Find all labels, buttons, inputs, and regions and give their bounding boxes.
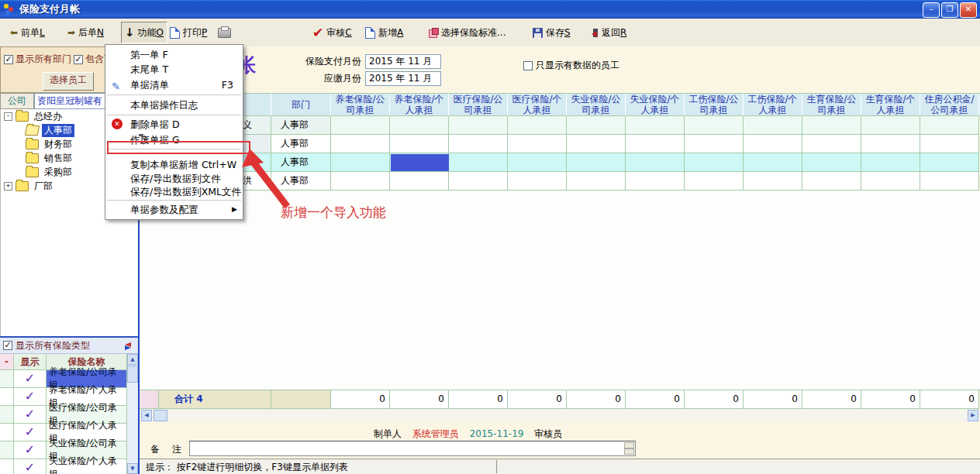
insurance-scrollbar[interactable]: ▲ ▼: [127, 354, 138, 474]
due-month-input[interactable]: 2015 年 11 月: [365, 71, 441, 86]
scroll-right-icon[interactable]: ▶: [968, 410, 978, 421]
show-all-insurance-checkbox[interactable]: [3, 341, 12, 350]
collapse-column-header[interactable]: -: [0, 354, 14, 369]
menu-item-first-doc[interactable]: 第一单 F: [105, 47, 243, 62]
column-header[interactable]: 部门: [271, 94, 331, 116]
column-header[interactable]: 工伤保险/个人承担: [744, 94, 802, 116]
check-icon[interactable]: ✓: [25, 391, 35, 402]
column-header[interactable]: 医疗保险/公司承担: [449, 94, 508, 116]
list-icon: ✎: [112, 78, 120, 94]
menu-item-doc-list[interactable]: ✎ 单据清单F3: [105, 77, 243, 93]
open-folder-icon: [25, 125, 40, 136]
select-staff-button[interactable]: 选择员工: [43, 72, 94, 91]
next-doc-button[interactable]: ➡ 后单N: [64, 22, 108, 43]
check-icon[interactable]: ✓: [25, 427, 35, 438]
summary-row: 合计 4 0 0 0 0 0 0 0 0 0 0 0: [140, 390, 980, 409]
printer-icon: [218, 28, 231, 38]
document-header: 保险支付月帐 保险支付月份 2015 年 11 月 应缴月份 2015 年 11…: [140, 46, 980, 93]
company-label: 公司: [0, 93, 34, 109]
column-header[interactable]: 失业保险/公司承担: [567, 94, 626, 116]
horizontal-scrollbar[interactable]: ◀ ▶: [140, 409, 980, 422]
menu-blank-slot: [105, 151, 243, 158]
scroll-down-icon[interactable]: ▼: [127, 463, 138, 474]
menu-item-doc-params[interactable]: 单据参数及配置▶: [105, 202, 243, 217]
column-header[interactable]: 失业保险/个人承担: [626, 94, 685, 116]
check-icon[interactable]: ✓: [25, 445, 35, 455]
maker-label: 制单人: [374, 428, 402, 439]
scroll-up-icon[interactable]: ▲: [127, 354, 138, 365]
column-header[interactable]: 医疗保险/个人承担: [508, 94, 567, 116]
functions-menu-button[interactable]: ↓ 功能O: [121, 22, 167, 43]
note-label: 备 注: [150, 443, 183, 456]
menu-item-void-doc[interactable]: 作废单据 G: [105, 132, 243, 147]
table-row[interactable]: 洪 人事部: [140, 172, 980, 191]
exit-icon: [588, 28, 599, 38]
note-spinner[interactable]: [624, 442, 634, 455]
column-header[interactable]: 养老保险/公司承担: [331, 94, 390, 116]
return-button[interactable]: 返回R: [585, 22, 630, 43]
check-icon[interactable]: ✓: [25, 409, 35, 420]
column-header[interactable]: 住房公积金/公司承担: [920, 94, 979, 116]
only-with-data-checkbox[interactable]: [523, 61, 533, 70]
menu-separator: [107, 94, 241, 95]
down-arrow-icon: ↓: [125, 27, 135, 38]
printer-button[interactable]: [214, 22, 235, 43]
select-insurance-standard-button[interactable]: 选择保险标准...: [425, 22, 509, 43]
red-check-icon: ✔: [312, 27, 323, 39]
insurance-types-panel: 显示所有保险类型 - 显示 保险名称 ✓ 养老保险/公司承担 ✓ 养老保险/个人…: [0, 336, 138, 474]
column-header[interactable]: 养老保险/个人承担: [390, 94, 449, 116]
due-month-label: 应缴月份: [296, 72, 361, 85]
note-input[interactable]: [189, 441, 636, 456]
maker-date: 2015-11-19: [470, 428, 524, 439]
show-all-insurance-label: 显示所有保险类型: [16, 339, 90, 352]
select-standard-icon: [429, 28, 438, 37]
selected-cell[interactable]: [391, 154, 449, 171]
row-cells[interactable]: [331, 172, 979, 191]
row-cells[interactable]: [331, 135, 979, 153]
window-title: 保险支付月帐: [19, 2, 80, 16]
close-button[interactable]: ✕: [960, 2, 977, 18]
app-window: 保险支付月帐 – ❐ ✕ ⬅ 前单L ➡ 后单N ↓ 功能O 打印P ✔ 审核: [0, 0, 980, 474]
grid-header-row: 姓名 部门 养老保险/公司承担 养老保险/个人承担 医疗保险/公司承担 医疗保险…: [140, 93, 980, 116]
menu-item-export-xml[interactable]: 保存/导出数据到XML文件: [105, 185, 243, 198]
total-label: 合计 4: [159, 390, 271, 409]
add-button[interactable]: 新增A: [361, 22, 407, 43]
new-document-icon: [365, 27, 375, 39]
menu-item-copy-new[interactable]: 复制本单据新增Ctrl+W: [105, 158, 243, 172]
menu-separator: [107, 115, 241, 115]
include-sub-checkbox[interactable]: [74, 55, 83, 64]
table-row[interactable]: 义 人事部: [140, 116, 980, 135]
table-row[interactable]: 人事部: [140, 135, 980, 153]
insurance-row[interactable]: ✓ 失业保险/个人承担: [0, 459, 127, 474]
audit-button[interactable]: ✔ 审核C: [309, 22, 356, 43]
check-icon[interactable]: ✓: [25, 462, 35, 473]
scrollbar-thumb[interactable]: [154, 410, 167, 421]
maker-name: 系统管理员: [412, 428, 459, 439]
column-header[interactable]: 生育保险/个人承担: [861, 94, 920, 116]
print-button[interactable]: 打印P: [166, 22, 211, 43]
prev-doc-button[interactable]: ⬅ 前单L: [6, 22, 49, 43]
swap-panel-icon[interactable]: [122, 342, 133, 350]
row-cells[interactable]: [331, 116, 979, 135]
table-row-selected[interactable]: 人事部: [140, 153, 980, 172]
scrollbar-thumb[interactable]: [127, 366, 138, 383]
collapse-icon[interactable]: -: [4, 112, 12, 121]
title-bar: 保险支付月帐 – ❐ ✕: [0, 0, 980, 19]
menu-item-export-file[interactable]: 保存/导出数据到文件: [105, 172, 243, 185]
pay-month-input[interactable]: 2015 年 11 月: [365, 54, 441, 69]
document-footer: 制单人 系统管理员 2015-11-19 审核员 备 注: [140, 422, 980, 459]
column-header[interactable]: 工伤保险/公司承担: [685, 94, 744, 116]
expand-icon[interactable]: +: [4, 182, 12, 191]
submenu-arrow-icon: ▶: [232, 202, 237, 217]
pay-month-label: 保险支付月份: [296, 55, 361, 68]
menu-item-operation-log[interactable]: 本单据操作日志: [105, 97, 243, 113]
check-icon[interactable]: ✓: [25, 373, 35, 384]
column-header[interactable]: 生育保险/公司承担: [802, 94, 861, 116]
scroll-left-icon[interactable]: ◀: [141, 410, 152, 421]
show-all-depts-checkbox[interactable]: [4, 55, 13, 64]
maximize-button[interactable]: ❐: [941, 2, 958, 18]
menu-item-last-doc[interactable]: 末尾单 T: [105, 62, 243, 77]
minimize-button[interactable]: –: [923, 2, 940, 18]
save-button[interactable]: 保存S: [529, 22, 575, 43]
menu-item-delete-doc[interactable]: ✕ 删除单据 D: [105, 117, 243, 132]
